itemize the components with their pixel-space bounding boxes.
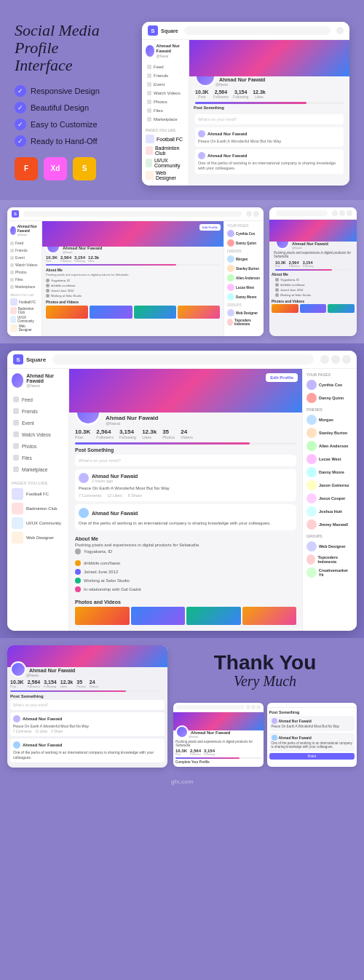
lc-jason-avatar bbox=[306, 480, 317, 490]
lc-friend-stanley[interactable]: Stanley Burton bbox=[306, 428, 353, 438]
lc-menu-files[interactable]: Files bbox=[12, 452, 64, 463]
dc-badminton-icon bbox=[10, 307, 17, 314]
work-icon bbox=[46, 294, 50, 298]
lc-menu-photos[interactable]: Photos bbox=[12, 440, 64, 452]
dc-page-football[interactable]: Football FC bbox=[10, 298, 39, 306]
dc-page-web[interactable]: Web Designer bbox=[10, 324, 39, 332]
mini-post-box[interactable]: What's on your mind? bbox=[195, 114, 344, 124]
dc-search-left[interactable] bbox=[23, 211, 242, 217]
mini-menu-files[interactable]: Files bbox=[146, 106, 185, 115]
lc-friend-morgan[interactable]: Morgan bbox=[306, 415, 353, 425]
lc-page-football[interactable]: Football FC bbox=[12, 488, 64, 500]
sketch-icon: S bbox=[73, 157, 96, 180]
lc-menu-marketplace[interactable]: Marketplace bbox=[12, 463, 64, 475]
mini-menu-event[interactable]: Event bbox=[146, 80, 185, 89]
lc-friend-danny[interactable]: Danny Moore bbox=[306, 467, 353, 477]
lc-user-icon bbox=[342, 355, 351, 364]
lc-friend-jesus[interactable]: Jesus Cooper bbox=[306, 493, 353, 503]
lc-edit-profile-btn[interactable]: Edit Profile bbox=[266, 373, 298, 382]
dc-header-icons-left bbox=[246, 211, 259, 217]
dc-page-badminton[interactable]: Badminton Club bbox=[10, 307, 39, 314]
mini-menu-marketplace[interactable]: Marketplace bbox=[146, 115, 185, 124]
group-topcoders[interactable]: Topcoders Indonesia bbox=[227, 319, 261, 326]
page-webdesign[interactable]: Web Designer bbox=[146, 170, 185, 180]
dc-page-uiux[interactable]: UI/UX Community bbox=[10, 316, 39, 323]
lc-friend-allen[interactable]: Allen Anderson bbox=[306, 441, 353, 451]
dc-watch[interactable]: Watch Videos bbox=[10, 261, 39, 268]
lc-post-box[interactable]: What's on your mind? bbox=[75, 455, 296, 466]
lc-feed-icon bbox=[13, 397, 19, 402]
rp-cynthia[interactable]: Cynthia Cox bbox=[227, 230, 261, 237]
page-uiux[interactable]: UI/UX Community bbox=[146, 158, 185, 168]
dc-friends[interactable]: Friends bbox=[10, 247, 39, 254]
rmc-share-btn[interactable]: Share bbox=[269, 753, 355, 760]
lc-photo-3 bbox=[186, 607, 241, 625]
lc-friend-lucas[interactable]: Lucas West bbox=[306, 454, 353, 464]
lc-rp-danny[interactable]: Danny Quinn bbox=[306, 393, 353, 403]
mini-menu-feed[interactable]: Feed bbox=[146, 63, 185, 71]
dc-edit-profile-btn[interactable]: Edit Profile bbox=[199, 224, 221, 231]
hero-section: Social Media Profile Interface ✓ Respons… bbox=[0, 0, 364, 200]
mini-menu-videos[interactable]: Watch Videos bbox=[146, 89, 185, 97]
dc-stats-r: 10.3KPost 2,564Followers 3,154Following bbox=[272, 260, 355, 268]
page-badminton[interactable]: Badminton Club bbox=[146, 146, 185, 156]
hero-title-line2: Profile bbox=[15, 39, 131, 57]
page-football[interactable]: Football FC bbox=[146, 135, 185, 143]
mini-stat-followers: 2,564 Followers bbox=[213, 89, 229, 99]
dc-photo-r2 bbox=[300, 304, 327, 313]
lc-page-web[interactable]: Web Designer bbox=[12, 532, 64, 543]
photos-title-r: Photos and Videos bbox=[272, 299, 355, 303]
dc-photos[interactable]: Photos bbox=[10, 268, 39, 276]
lc-pages-label: PAGES YOU LIKE bbox=[12, 481, 64, 485]
lc-rp-cynthia[interactable]: Cynthia Cox bbox=[306, 380, 353, 390]
blc-progress-fill bbox=[10, 690, 126, 692]
lc-post-item-1: Ahmad Nur Fawaid 2 hours ago Peace On Ea… bbox=[75, 469, 296, 501]
lc-menu-event[interactable]: Event bbox=[12, 417, 64, 429]
dc-files[interactable]: Files bbox=[10, 276, 39, 283]
dc-pages: PAGES YOU LIKE Football FC Badminton Clu… bbox=[10, 293, 39, 332]
lc-location-icon bbox=[75, 549, 81, 554]
dc-feed[interactable]: Feed bbox=[10, 239, 39, 247]
features-list: ✓ Responsive Design ✓ Beautiful Design ✓… bbox=[15, 85, 131, 147]
files-dot-icon bbox=[147, 108, 151, 113]
lc-menu-friends[interactable]: Friends bbox=[12, 405, 64, 417]
lc-group-tc[interactable]: Topcoders Indonesia bbox=[306, 554, 353, 565]
mini-menu-photos[interactable]: Photos bbox=[146, 97, 185, 106]
group-webdesign[interactable]: Web Designer bbox=[227, 309, 261, 316]
lc-photos-title: Photos and Videos bbox=[75, 599, 296, 605]
lc-page-badminton[interactable]: Badminton Club bbox=[12, 503, 64, 514]
lc-menu-feed[interactable]: Feed bbox=[12, 394, 64, 405]
lc-group-wd[interactable]: Web Designer bbox=[306, 541, 353, 551]
lc-info-relationship: In relationship with Gal Gadot bbox=[75, 585, 296, 594]
friend-stanley[interactable]: Stanley Burton bbox=[227, 265, 261, 272]
dc-marketplace[interactable]: Marketplace bbox=[10, 283, 39, 290]
lc-event-icon bbox=[13, 420, 19, 426]
lc-page-uiux[interactable]: UI/UX Community bbox=[12, 517, 64, 529]
lc-group-cm[interactable]: Creativemarket Yk bbox=[306, 567, 353, 578]
rmc-post-2: Ahmad Nur Fawaid One of the perks of wor… bbox=[269, 733, 355, 752]
joined-icon bbox=[46, 289, 50, 292]
bmc-search[interactable] bbox=[176, 705, 245, 709]
lc-friend-jimmy[interactable]: Jimmy Maxwell bbox=[306, 519, 353, 530]
lc-post-section: Post Something What's on your mind? Ahma… bbox=[69, 447, 302, 530]
friend-morgan[interactable]: Morgan bbox=[227, 255, 261, 263]
blc-post-box[interactable]: What's on your mind? bbox=[10, 700, 165, 710]
dc-search-right[interactable] bbox=[276, 210, 328, 216]
friend-danny[interactable]: Danny Moore bbox=[227, 293, 261, 300]
lc-friend-joshua[interactable]: Joshua Hutt bbox=[306, 506, 353, 517]
friend-lucas[interactable]: Lucas West bbox=[227, 284, 261, 291]
lc-friend-jason[interactable]: Jason Gutierrez bbox=[306, 480, 353, 490]
lc-badminton-icon bbox=[12, 503, 23, 514]
mini-search[interactable] bbox=[184, 26, 331, 35]
dannym-avatar bbox=[227, 293, 234, 300]
lc-menu-videos[interactable]: Watch Videos bbox=[12, 429, 64, 440]
dual-card-right: Ahmad Nur Fawaid @fawai Pushing pixels a… bbox=[269, 207, 357, 336]
rmc-body: Post Something Ahmad Nur Fawaid Peace On… bbox=[267, 708, 357, 762]
dc-event[interactable]: Event bbox=[10, 254, 39, 261]
friend-allen[interactable]: Allen Anderson bbox=[227, 274, 261, 282]
mini-menu-friends[interactable]: Friends bbox=[146, 71, 185, 80]
rp-danny[interactable]: Danny Quinn bbox=[227, 239, 261, 247]
bmc-body: Ahmad Nur Fawaid @fawai Pushing pixels a… bbox=[173, 730, 264, 767]
mini-card-body: Ahmad Nur Fawaid @fawai Feed Friends Eve… bbox=[142, 40, 349, 186]
lc-search[interactable] bbox=[52, 354, 314, 364]
